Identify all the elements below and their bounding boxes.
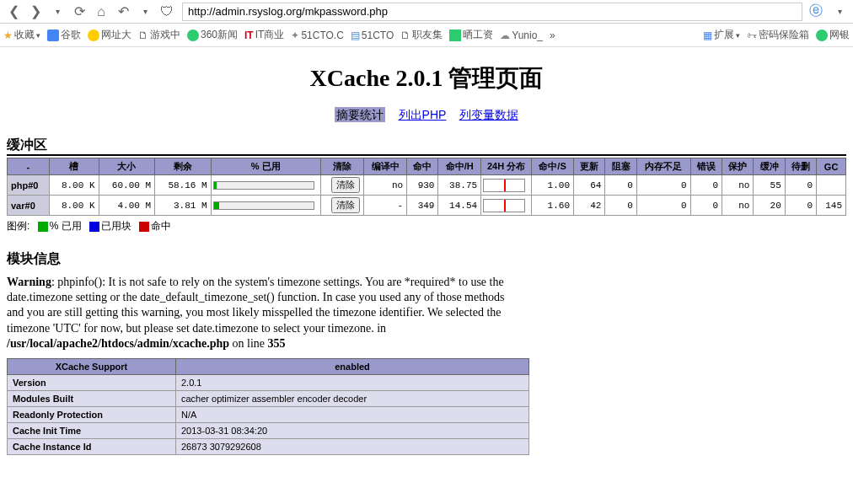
bookmark-yunio[interactable]: ☁Yunio_ [500, 29, 543, 41]
th-pctused: % 已用 [211, 158, 320, 175]
info-row: Cache Instance Id26873 3079292608 [8, 438, 529, 454]
extensions-button[interactable]: ▦扩展▾ [703, 28, 740, 42]
row-dist [481, 196, 532, 216]
info-val: cacher optimizer assembler encoder decod… [176, 390, 529, 406]
bookmark-overflow[interactable]: » [550, 29, 555, 41]
bookmark-salary[interactable]: 晒工资 [449, 28, 493, 42]
info-val: 26873 3079292608 [176, 438, 529, 454]
legend-usedblocks-box [89, 222, 99, 232]
warning-path: /usr/local/apache2/htdocs/admin/xcache.p… [7, 337, 229, 350]
bookmark-51cto[interactable]: ▤51CTO [351, 29, 394, 41]
bookmark-360news[interactable]: 360新闻 [187, 28, 238, 42]
info-key: Cache Instance Id [8, 438, 176, 454]
legend-used: % 已用 [50, 220, 82, 232]
row-hitss: 1.60 [532, 196, 574, 216]
th-size: 大小 [99, 158, 155, 175]
row-name: php#0 [8, 175, 50, 196]
bank-icon [816, 29, 828, 41]
url-menu-button[interactable]: ▾ [829, 2, 850, 22]
browser-nav-bar: ❮ ❯ ▾ ⟳ ⌂ ↶ ▾ 🛡 ⓔ ▾ [0, 0, 853, 24]
nav-links: 摘要统计 列出PHP 列变量数据 [7, 108, 846, 123]
shield-icon[interactable]: 🛡 [157, 2, 177, 22]
cache-header-row: - 槽 大小 剩余 % 已用 清除 编译中 命中 命中/H 24H 分布 命中/… [8, 158, 846, 175]
th-protect: 保护 [722, 158, 754, 175]
info-table: XCache Support enabled Version2.0.1Modul… [7, 358, 529, 455]
clear-button[interactable]: 清除 [331, 177, 360, 193]
ie-compat-icon[interactable]: ⓔ [809, 3, 823, 20]
row-compiling: - [364, 196, 407, 216]
row-usage [211, 196, 320, 216]
salary-icon [449, 29, 461, 41]
info-row: Version2.0.1 [8, 374, 529, 390]
it-icon: IT [244, 29, 254, 41]
row-avail: 3.81 M [155, 196, 212, 216]
row-hitss: 1.00 [532, 175, 574, 196]
bookmark-jobs[interactable]: 🗋职友集 [400, 28, 443, 42]
row-slots: 8.00 K [49, 196, 99, 216]
grid-icon: ▦ [703, 29, 712, 41]
row-updates: 42 [574, 196, 605, 216]
legend-label: 图例: [7, 220, 30, 232]
info-key: Readonly Protection [8, 406, 176, 422]
info-row: Readonly ProtectionN/A [8, 406, 529, 422]
bookmark-itbiz[interactable]: ITIT商业 [244, 28, 284, 42]
info-key: Version [8, 374, 176, 390]
url-input[interactable] [182, 3, 802, 21]
row-ooms: 0 [636, 175, 690, 196]
nav-listvar[interactable]: 列变量数据 [459, 108, 518, 121]
row-cached: 55 [754, 175, 785, 196]
forward-menu-button[interactable]: ▾ [47, 2, 67, 22]
row-clogs: 0 [605, 196, 636, 216]
row-hits: 349 [407, 196, 438, 216]
page-icon: ▤ [351, 29, 360, 41]
page-icon: 🗋 [400, 29, 410, 41]
bookmark-games[interactable]: 🗋游戏中 [138, 28, 180, 42]
row-errs: 0 [690, 175, 722, 196]
undo-menu-button[interactable]: ▾ [135, 2, 155, 22]
bookmark-google[interactable]: 谷歌 [47, 28, 81, 42]
info-th-support: XCache Support [8, 358, 176, 374]
clear-button[interactable]: 清除 [331, 197, 360, 213]
info-th-enabled: enabled [176, 358, 529, 374]
back-button[interactable]: ❮ [3, 2, 24, 22]
row-gc: 145 [817, 196, 846, 216]
row-name: var#0 [8, 196, 50, 216]
row-size: 60.00 M [99, 175, 155, 196]
bookmark-sites[interactable]: 网址大 [88, 28, 131, 42]
row-usage [211, 175, 320, 196]
row-protect: no [722, 175, 754, 196]
undo-button[interactable]: ↶ [113, 2, 133, 22]
nav-listphp[interactable]: 列出PHP [399, 108, 447, 121]
info-row: Modules Builtcacher optimizer assembler … [8, 390, 529, 406]
netbank-button[interactable]: 网银 [816, 28, 850, 42]
forward-button[interactable]: ❯ [25, 2, 46, 22]
page-content: XCache 2.0.1 管理页面 摘要统计 列出PHP 列变量数据 缓冲区 -… [0, 47, 853, 462]
legend-hits-box [139, 222, 149, 232]
favorites-button[interactable]: ★收藏▾ [3, 28, 40, 42]
th-compiling: 编译中 [364, 158, 407, 175]
google-icon [47, 29, 59, 41]
warning-text: Warning: phpinfo(): It is not safe to re… [7, 275, 512, 351]
row-dist [481, 175, 532, 196]
page-icon: 🗋 [138, 29, 148, 41]
row-gc [817, 175, 846, 196]
warning-body: : phpinfo(): It is not safe to rely on t… [7, 276, 505, 335]
row-errs: 0 [690, 196, 722, 216]
th-hitsh: 命中/H [438, 158, 481, 175]
refresh-button[interactable]: ⟳ [69, 2, 89, 22]
warning-online: on line [229, 337, 268, 350]
row-deleted: 0 [785, 196, 816, 216]
th-hits: 命中 [407, 158, 438, 175]
th-clogs: 阻塞 [605, 158, 636, 175]
th-name: - [8, 158, 50, 175]
bookmarks-bar: ★收藏▾ 谷歌 网址大 🗋游戏中 360新闻 ITIT商业 ✦51CTO.C ▤… [0, 24, 853, 47]
password-safe-button[interactable]: 🗝密码保险箱 [747, 28, 809, 42]
nav-summary[interactable]: 摘要统计 [335, 107, 385, 122]
legend: 图例: % 已用 已用块 命中 [7, 219, 846, 233]
row-deleted: 0 [785, 175, 816, 196]
row-ooms: 0 [636, 196, 690, 216]
home-button[interactable]: ⌂ [91, 2, 111, 22]
bookmark-51cto-c[interactable]: ✦51CTO.C [291, 29, 343, 41]
row-size: 4.00 M [99, 196, 155, 216]
th-cached: 缓冲 [754, 158, 785, 175]
